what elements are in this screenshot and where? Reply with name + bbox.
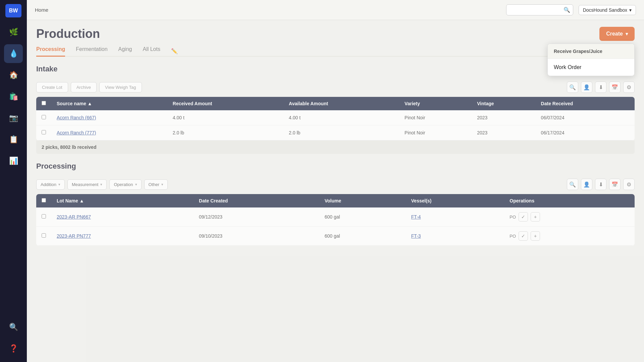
sidebar-item-report[interactable]: 📊 [4, 152, 23, 170]
search-icon[interactable]: 🔍 [564, 7, 570, 13]
app-logo: BW [5, 4, 21, 17]
sidebar-item-bag[interactable]: 🛍️ [4, 87, 23, 106]
main-content: Home 🔍 DocsHound Sandbox ▾ Production Pr… [27, 0, 644, 362]
topbar: Home 🔍 DocsHound Sandbox ▾ [27, 0, 644, 20]
home-link[interactable]: Home [35, 7, 48, 13]
user-name: DocsHound Sandbox [583, 7, 627, 13]
sidebar-item-search[interactable]: 🔍 [4, 318, 23, 337]
sidebar-item-home[interactable]: 🏠 [4, 66, 23, 84]
sidebar-item-checklist[interactable]: 📋 [4, 130, 23, 149]
page-body: Production Processing Fermentation Aging… [27, 20, 644, 362]
sidebar: BW 🌿 💧 🏠 🛍️ 📷 📋 📊 🔍 ❓ [0, 0, 27, 362]
sidebar-item-help[interactable]: ❓ [4, 339, 23, 358]
dropdown-item-work-order[interactable]: Work Order [548, 59, 634, 76]
sidebar-item-camera[interactable]: 📷 [4, 109, 23, 127]
search-box: 🔍 [506, 4, 573, 15]
chevron-down-icon: ▾ [629, 7, 632, 13]
search-input[interactable] [510, 7, 564, 13]
dropdown-header: Receive Grapes/Juice [548, 44, 634, 59]
create-dropdown-menu: Receive Grapes/Juice Work Order [547, 44, 635, 76]
sidebar-item-leaf[interactable]: 🌿 [4, 23, 23, 42]
user-menu[interactable]: DocsHound Sandbox ▾ [579, 5, 636, 15]
sidebar-item-drop[interactable]: 💧 [4, 44, 23, 63]
